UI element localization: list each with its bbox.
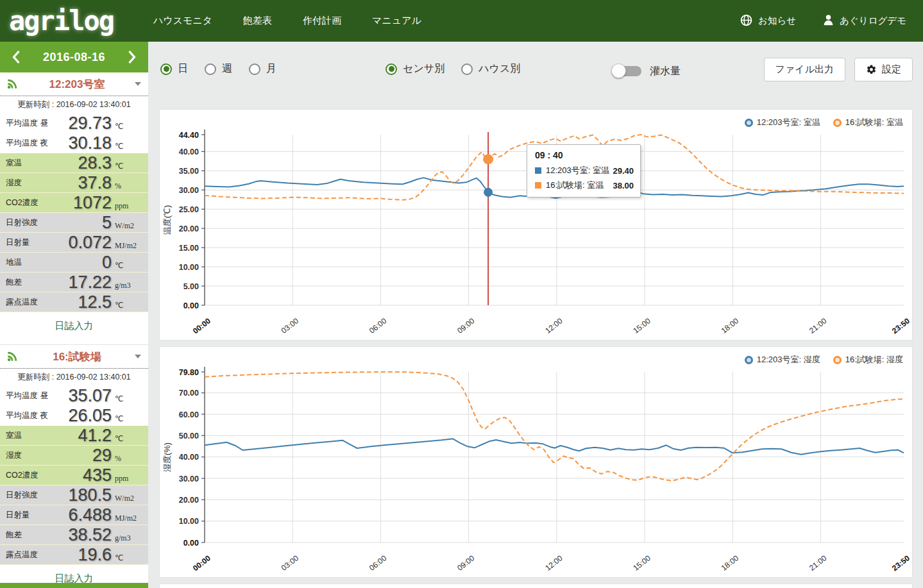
settings-label: 設定: [882, 63, 901, 76]
row-unit: MJ/m2: [115, 514, 143, 523]
period-option-1[interactable]: 週: [205, 62, 232, 76]
row-value-wrap: 12.5℃: [78, 294, 143, 311]
app-logo: agrilog: [0, 5, 148, 37]
user-menu[interactable]: あぐりログデモ: [823, 14, 906, 28]
svg-text:21:00: 21:00: [808, 553, 829, 573]
sensor-row-露点温度: 露点温度12.5℃: [0, 292, 148, 312]
legend-item-1[interactable]: 16:試験場: 湿度: [833, 354, 903, 365]
mode-option-1[interactable]: ハウス別: [461, 62, 520, 76]
row-value-wrap: 35.07℃: [68, 387, 143, 405]
sensor-name[interactable]: 12:203号室: [19, 77, 135, 92]
sensor-row-CO2濃度: CO2濃度435ppm: [0, 466, 148, 485]
sensor-row-飽差: 飽差17.22g/m3: [0, 273, 148, 292]
irrigation-label: 灌水量: [650, 65, 681, 78]
sensor-row-日射量: 日射量6.488MJ/m2: [0, 505, 148, 525]
user-icon: [823, 14, 834, 28]
legend-item-0[interactable]: 12:203号室: 湿度: [745, 354, 820, 365]
row-value: 29.73: [68, 115, 112, 132]
gear-icon: [866, 64, 877, 75]
sensor-panel-1: 16:試験場更新時刻 : 2016-09-02 13:40:01平均温度 昼35…: [0, 344, 148, 588]
row-value-wrap: 38.52g/m3: [68, 526, 143, 544]
row-label: 露点温度: [6, 297, 38, 308]
row-unit: ℃: [115, 162, 143, 171]
svg-text:0.00: 0.00: [183, 539, 199, 548]
legend-label: 12:203号室: 湿度: [757, 354, 820, 365]
temperature-chart-panel: 0.005.0010.0015.0020.0025.0030.0035.0040…: [159, 109, 913, 340]
diary-entry-link[interactable]: 日誌入力: [55, 320, 94, 332]
mode-option-0[interactable]: センサ別: [385, 62, 445, 76]
nav-item-3[interactable]: マニュアル: [372, 15, 421, 27]
settings-button[interactable]: 設定: [854, 58, 913, 81]
period-option-2[interactable]: 月: [249, 62, 276, 76]
row-value-wrap: 5W/m2: [102, 214, 143, 231]
period-option-0[interactable]: 日: [160, 62, 188, 76]
svg-text:15:00: 15:00: [632, 553, 653, 573]
nav-item-2[interactable]: 作付計画: [303, 15, 341, 27]
svg-text:10.00: 10.00: [179, 263, 199, 272]
row-value: 37.8: [78, 174, 112, 192]
tooltip-row-0: 12:203号室: 室温29.40: [535, 165, 634, 176]
sensor-row-地温: 地温0℃: [0, 253, 148, 273]
tooltip-series-swatch: [535, 167, 541, 174]
row-value-wrap: 180.5W/m2: [68, 487, 143, 504]
sensor-row-平均温度 夜: 平均温度 夜26.05℃: [0, 406, 148, 426]
row-unit: W/m2: [115, 494, 143, 503]
sensor-row-湿度: 湿度37.8%: [0, 173, 148, 193]
nav-item-1[interactable]: 飽差表: [243, 15, 272, 27]
row-label: 露点温度: [6, 550, 38, 560]
date-nav: 2016-08-16: [0, 42, 148, 72]
cursor-marker-0: [484, 188, 493, 196]
svg-text:44.40: 44.40: [179, 131, 199, 140]
row-value-wrap: 19.6℃: [78, 546, 143, 564]
row-value: 41.2: [78, 427, 112, 444]
svg-text:20.00: 20.00: [179, 496, 199, 505]
toolbar-buttons: ファイル出力 設定: [764, 58, 913, 81]
svg-text:30.00: 30.00: [179, 186, 199, 195]
file-export-button[interactable]: ファイル出力: [764, 58, 845, 81]
row-value-wrap: 0℃: [102, 254, 143, 271]
row-unit: ppm: [115, 201, 143, 211]
svg-text:温度(℃): 温度(℃): [162, 205, 172, 235]
row-unit: MJ/m2: [115, 241, 143, 251]
row-unit: ℃: [115, 122, 143, 131]
svg-text:30.00: 30.00: [179, 475, 199, 483]
row-label: 日射強度: [6, 490, 38, 501]
nav-item-0[interactable]: ハウスモニタ: [153, 15, 212, 27]
legend-label: 16:試験場: 湿度: [845, 354, 903, 365]
header-right: お知らせ あぐりログデモ: [740, 14, 906, 28]
row-unit: ℃: [115, 553, 143, 563]
sensor-name[interactable]: 16:試験場: [19, 349, 135, 364]
chevron-down-icon[interactable]: [135, 82, 141, 86]
legend-item-0[interactable]: 12:203号室: 室温: [745, 117, 820, 128]
svg-text:60.00: 60.00: [179, 410, 199, 419]
legend-item-1[interactable]: 16:試験場: 室温: [833, 117, 903, 128]
date-prev-button[interactable]: [8, 50, 22, 64]
diary-row: 日誌入力: [0, 312, 148, 339]
tooltip-series-value: 29.40: [613, 166, 634, 176]
irrigation-toggle[interactable]: [611, 63, 642, 79]
mode-label: センサ別: [403, 62, 445, 76]
row-label: 日射強度: [6, 217, 38, 228]
row-unit: g/m3: [115, 281, 143, 290]
notice-label: お知らせ: [758, 15, 796, 27]
svg-text:40.00: 40.00: [179, 147, 199, 156]
svg-text:12:00: 12:00: [543, 316, 564, 335]
chevron-down-icon[interactable]: [135, 355, 141, 358]
row-value: 29: [92, 447, 112, 464]
date-next-button[interactable]: [126, 50, 140, 64]
notice-button[interactable]: お知らせ: [740, 14, 796, 28]
mode-radio-group: センサ別ハウス別: [385, 62, 520, 76]
row-label: 飽差: [6, 530, 22, 541]
row-value: 17.22: [68, 274, 112, 291]
row-value-wrap: 0.072MJ/m2: [68, 234, 143, 251]
cursor-marker-1: [484, 155, 493, 164]
row-label: 地温: [6, 257, 22, 268]
tooltip-series-swatch: [535, 182, 541, 189]
row-value-wrap: 6.488MJ/m2: [68, 507, 143, 524]
row-label: 室温: [6, 430, 22, 441]
humidity-series-0: [205, 439, 904, 454]
row-value: 435: [83, 467, 112, 484]
row-value-wrap: 37.8%: [78, 174, 143, 192]
row-label: 日射量: [6, 237, 30, 248]
updated-time: 更新時刻 : 2016-09-02 13:40:01: [0, 96, 148, 113]
